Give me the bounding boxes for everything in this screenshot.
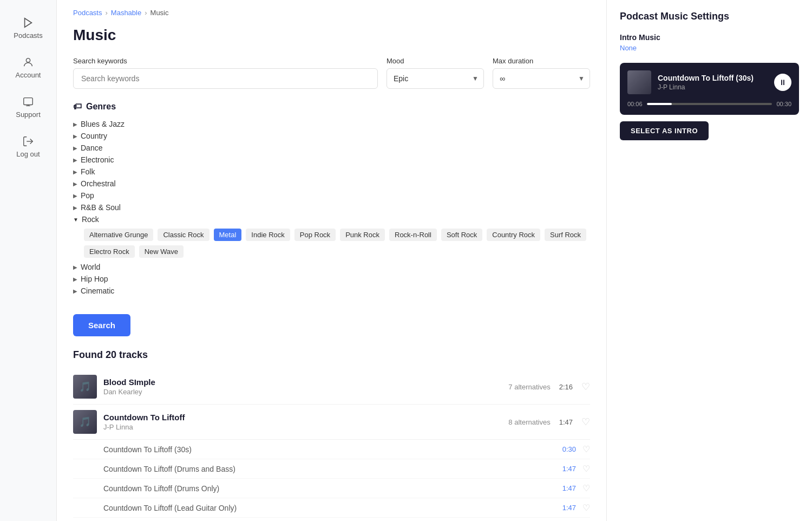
genre-label-rock: Rock (82, 215, 99, 224)
subgenre-alternative-grunge[interactable]: Alternative Grunge (84, 229, 153, 241)
track-alts-blood-simple: 7 alternatives (508, 383, 550, 391)
search-form: Search keywords Mood Epic Happy Sad Calm… (73, 57, 590, 89)
svg-point-1 (26, 58, 30, 62)
genre-arrow-blues-jazz: ▶ (73, 121, 77, 127)
sub-track-title-lead-guitar: Countdown To Liftoff (Lead Guitar Only) (103, 504, 562, 512)
mood-select[interactable]: Epic Happy Sad Calm Energetic (387, 68, 484, 89)
sidebar-item-account[interactable]: Account (0, 50, 56, 84)
genres-icon: 🏷 (73, 102, 82, 112)
genres-section: 🏷 Genres ▶ Blues & Jazz ▶ Country ▶ Danc… (73, 102, 590, 297)
intro-music-label: Intro Music (620, 33, 799, 42)
track-item-blood-simple[interactable]: 🎵 Blood SImple Dan Kearley 7 alternative… (73, 369, 590, 405)
genre-dance[interactable]: ▶ Dance (73, 142, 590, 154)
genre-label-country: Country (81, 132, 107, 140)
track-thumbnail-blood-simple: 🎵 (73, 375, 97, 399)
track-action-countdown[interactable]: ♡ (581, 416, 590, 428)
keywords-label: Search keywords (73, 57, 378, 65)
progress-bar-wrapper[interactable] (647, 103, 772, 105)
track-title-blood-simple: Blood SImple (103, 377, 502, 387)
sub-track-drums-only[interactable]: Countdown To Liftoff (Drums Only) 1:47 ♡ (73, 479, 590, 498)
genre-world[interactable]: ▶ World (73, 261, 590, 273)
sidebar-item-support[interactable]: Support (0, 90, 56, 124)
progress-current-time: 00:06 (627, 101, 643, 107)
track-artist-blood-simple: Dan Kearley (103, 388, 502, 396)
track-meta-blood-simple: 7 alternatives 2:16 ♡ (508, 381, 590, 393)
genre-blues-jazz[interactable]: ▶ Blues & Jazz (73, 118, 590, 130)
genre-arrow-dance: ▶ (73, 145, 77, 151)
breadcrumb-mashable[interactable]: Mashable (111, 9, 141, 17)
play-icon (22, 16, 35, 29)
sidebar-label-logout: Log out (16, 150, 40, 158)
genre-arrow-rock: ▼ (73, 217, 78, 223)
track-info-countdown: Countdown To Liftoff J-P Linna (103, 413, 502, 431)
max-duration-group: Max duration ∞ 0:30 1:00 2:00 5:00 ▼ (493, 57, 590, 89)
genre-label-folk: Folk (81, 167, 95, 176)
sub-track-duration-drums-bass: 1:47 (562, 465, 576, 473)
progress-container: 00:06 00:30 (627, 101, 791, 107)
sub-track-action-drums-only[interactable]: ♡ (582, 483, 590, 493)
genre-arrow-world: ▶ (73, 264, 77, 270)
select-as-intro-button[interactable]: SELECT AS INTRO (620, 121, 709, 140)
subgenre-pop-rock[interactable]: Pop Rock (294, 229, 336, 241)
subgenre-rock-n-roll[interactable]: Rock-n-Roll (389, 229, 437, 241)
svg-rect-2 (24, 98, 33, 105)
max-duration-select-wrapper: ∞ 0:30 1:00 2:00 5:00 ▼ (493, 68, 590, 89)
account-icon (22, 56, 35, 69)
genre-country[interactable]: ▶ Country (73, 130, 590, 142)
genre-cinematic[interactable]: ▶ Cinematic (73, 285, 590, 297)
genres-title: Genres (86, 102, 116, 112)
genre-arrow-orchestral: ▶ (73, 181, 77, 187)
track-item-countdown[interactable]: 🎵 Countdown To Liftoff J-P Linna 8 alter… (73, 405, 590, 440)
subgenre-classic-rock[interactable]: Classic Rock (158, 229, 209, 241)
breadcrumb: Podcasts › Mashable › Music (73, 0, 590, 22)
sub-track-30s[interactable]: Countdown To Liftoff (30s) 0:30 ♡ (73, 440, 590, 459)
support-icon (22, 95, 35, 108)
subgenre-punk-rock[interactable]: Punk Rock (340, 229, 385, 241)
genre-label-dance: Dance (81, 144, 102, 152)
genre-rock[interactable]: ▼ Rock (73, 213, 590, 225)
genre-folk[interactable]: ▶ Folk (73, 166, 590, 178)
panel-title: Podcast Music Settings (620, 11, 799, 22)
subgenre-soft-rock[interactable]: Soft Rock (441, 229, 482, 241)
progress-bar-fill (647, 103, 672, 105)
sub-track-drums-bass[interactable]: Countdown To Liftoff (Drums and Bass) 1:… (73, 459, 590, 479)
subgenre-surf-rock[interactable]: Surf Rock (545, 229, 586, 241)
mood-group: Mood Epic Happy Sad Calm Energetic ▼ (387, 57, 484, 89)
subgenre-electro-rock[interactable]: Electro Rock (84, 245, 135, 258)
breadcrumb-sep-2: › (145, 9, 147, 17)
breadcrumb-podcasts[interactable]: Podcasts (73, 9, 102, 17)
sidebar-item-podcasts[interactable]: Podcasts (0, 11, 56, 45)
genre-arrow-hiphop: ▶ (73, 276, 77, 282)
now-playing-top: Countdown To Liftoff (30s) J-P Linna ⏸ (627, 70, 791, 94)
main-content: Podcasts › Mashable › Music Music Search… (57, 0, 606, 521)
intro-music-value: None (620, 44, 799, 52)
genre-arrow-electronic: ▶ (73, 157, 77, 163)
track-action-blood-simple[interactable]: ♡ (581, 381, 590, 393)
subgenre-metal[interactable]: Metal (214, 229, 242, 241)
subgenre-country-rock[interactable]: Country Rock (487, 229, 540, 241)
genre-arrow-rnb: ▶ (73, 205, 77, 211)
genre-rnb[interactable]: ▶ R&B & Soul (73, 201, 590, 213)
search-input[interactable] (73, 68, 378, 89)
sub-track-action-lead-guitar[interactable]: ♡ (582, 503, 590, 513)
genre-hiphop[interactable]: ▶ Hip Hop (73, 273, 590, 285)
genre-pop[interactable]: ▶ Pop (73, 190, 590, 201)
max-duration-select[interactable]: ∞ 0:30 1:00 2:00 5:00 (493, 68, 590, 89)
sub-track-action-drums-bass[interactable]: ♡ (582, 464, 590, 474)
rock-subgenres: Alternative Grunge Classic Rock Metal In… (84, 229, 590, 258)
sidebar-item-logout[interactable]: Log out (0, 129, 56, 164)
genre-label-electronic: Electronic (81, 155, 114, 164)
sub-track-action-30s[interactable]: ♡ (582, 444, 590, 454)
genre-electronic[interactable]: ▶ Electronic (73, 154, 590, 166)
track-artist-countdown: J-P Linna (103, 423, 502, 431)
np-play-button[interactable]: ⏸ (774, 74, 791, 91)
np-pause-icon: ⏸ (779, 78, 787, 87)
np-thumbnail (627, 70, 651, 94)
subgenre-new-wave[interactable]: New Wave (139, 245, 184, 258)
sub-track-lead-guitar[interactable]: Countdown To Liftoff (Lead Guitar Only) … (73, 498, 590, 518)
sidebar: Podcasts Account Support Log out (0, 0, 57, 521)
genre-orchestral[interactable]: ▶ Orchestral (73, 178, 590, 190)
search-button[interactable]: Search (73, 314, 130, 336)
mood-select-wrapper: Epic Happy Sad Calm Energetic ▼ (387, 68, 484, 89)
subgenre-indie-rock[interactable]: Indie Rock (246, 229, 290, 241)
